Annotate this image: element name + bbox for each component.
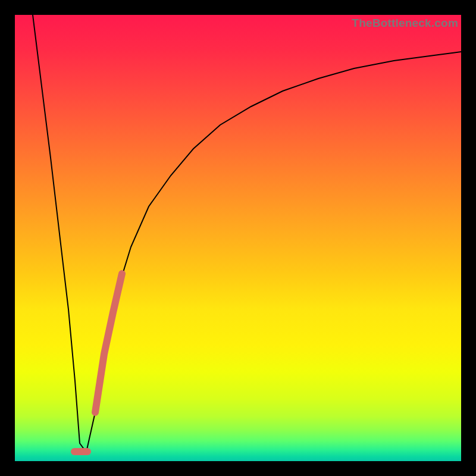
plot-area [15, 15, 461, 461]
curve-layer [15, 15, 461, 461]
watermark-text: TheBottleneck.com [352, 17, 458, 30]
highlight-min-point [80, 448, 87, 455]
highlight-segment [95, 274, 122, 412]
chart-frame: TheBottleneck.com [0, 0, 476, 476]
